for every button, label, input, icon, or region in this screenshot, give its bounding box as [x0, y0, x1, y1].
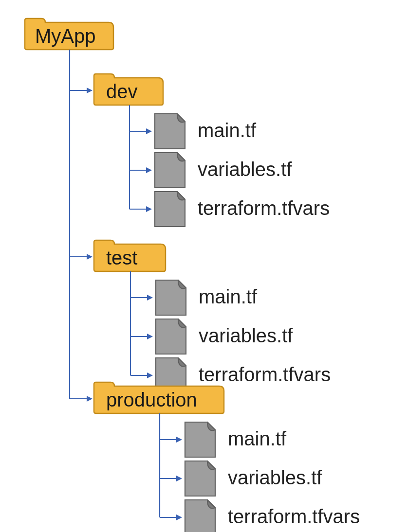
- folder-root: MyApp: [25, 18, 113, 50]
- file-test-1-label: main.tf: [199, 286, 258, 307]
- file-icon: [155, 192, 185, 227]
- arrow-icon: [147, 372, 153, 378]
- arrow-icon: [147, 334, 153, 339]
- folder-production-label: production: [106, 389, 197, 410]
- arrow-icon: [176, 476, 182, 481]
- folder-production: production: [94, 382, 224, 413]
- arrow-icon: [146, 167, 152, 173]
- file-icon: [156, 280, 186, 315]
- arrow-icon: [146, 206, 152, 212]
- file-test-2-label: variables.tf: [199, 325, 293, 346]
- file-prod-2-label: variables.tf: [228, 467, 322, 488]
- arrow-icon: [176, 514, 182, 520]
- folder-test: test: [94, 240, 166, 271]
- file-dev-2-label: variables.tf: [198, 159, 292, 180]
- arrow-icon: [176, 437, 182, 443]
- file-icon: [155, 114, 185, 149]
- arrow-icon: [87, 88, 92, 93]
- file-dev-1-label: main.tf: [198, 120, 257, 141]
- arrow-icon: [87, 254, 92, 260]
- file-icon: [185, 422, 215, 457]
- file-icon: [156, 319, 186, 354]
- folder-dev: dev: [94, 74, 163, 105]
- arrow-icon: [146, 128, 152, 134]
- arrow-icon: [87, 396, 92, 402]
- file-test-3-label: terraform.tfvars: [199, 364, 331, 385]
- file-prod-3-label: terraform.tfvars: [228, 506, 360, 527]
- file-icon: [155, 153, 185, 188]
- file-dev-3-label: terraform.tfvars: [198, 197, 330, 219]
- folder-root-label: MyApp: [35, 25, 96, 47]
- file-prod-1-label: main.tf: [228, 428, 287, 449]
- folder-dev-label: dev: [106, 81, 138, 102]
- file-icon: [185, 500, 215, 532]
- arrow-icon: [147, 295, 153, 301]
- folder-test-label: test: [106, 247, 137, 268]
- file-icon: [185, 461, 215, 496]
